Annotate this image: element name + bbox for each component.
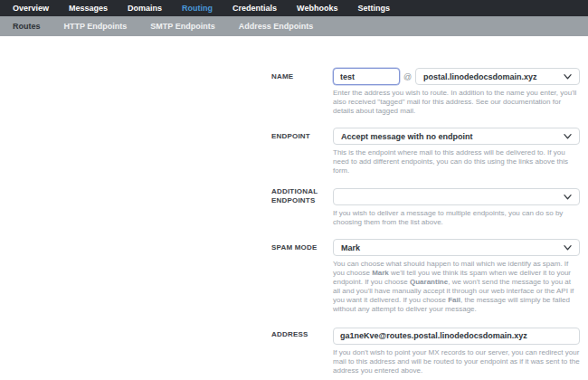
spam-mode-select[interactable]: Mark [333,239,580,256]
nav-item-credentials[interactable]: Credentials [223,4,287,13]
additional-endpoints-label: ADDITIONAL ENDPOINTS [271,187,333,205]
endpoint-select-value: Accept message with no endpoint [341,132,473,141]
form-row-address: ADDRESS [271,326,580,345]
additional-endpoints-label-line1: ADDITIONAL [271,187,333,196]
additional-endpoints-help-text: If you wish to deliver a message to mult… [333,209,580,227]
endpoint-label: ENDPOINT [271,132,333,141]
address-label: ADDRESS [271,330,333,339]
endpoint-select[interactable]: Accept message with no endpoint [333,128,580,145]
form-row-name: NAME @ postal.linodedocsdomain.xyz [271,68,580,85]
domain-select[interactable]: postal.linodedocsdomain.xyz [415,68,580,85]
spam-mode-help-text: You can choose what should happen to mai… [333,260,580,314]
domain-select-value: postal.linodedocsdomain.xyz [423,72,537,81]
form-row-additional-endpoints: ADDITIONAL ENDPOINTS [271,187,580,205]
at-sign: @ [400,72,415,81]
subnav-item-smtp-endpoints[interactable]: SMTP Endpoints [138,22,226,31]
subnav-item-routes[interactable]: Routes [1,22,52,31]
subnav-item-http-endpoints[interactable]: HTTP Endpoints [52,22,139,31]
spam-mode-label: SPAM MODE [271,243,333,252]
additional-endpoints-label-line2: ENDPOINTS [271,196,333,205]
endpoint-help-text: This is the endpoint where mail to this … [333,148,580,176]
nav-item-settings[interactable]: Settings [347,4,400,13]
name-input[interactable] [333,68,400,85]
chevron-down-icon [564,193,572,201]
form-row-endpoint: ENDPOINT Accept message with no endpoint [271,128,580,145]
top-nav: Overview Messages Domains Routing Creden… [0,0,588,16]
spam-mode-select-value: Mark [341,243,360,252]
nav-item-overview[interactable]: Overview [3,4,59,13]
page: Overview Messages Domains Routing Creden… [0,0,588,380]
subnav-item-address-endpoints[interactable]: Address Endpoints [227,22,326,31]
route-form: NAME @ postal.linodedocsdomain.xyz Enter… [271,68,580,380]
nav-item-domains[interactable]: Domains [118,4,172,13]
address-input[interactable] [333,328,580,345]
address-help-text: If you don't wish to point your MX recor… [333,348,580,375]
chevron-down-icon [564,72,572,81]
name-help-text: Enter the address you wish to route. In … [333,89,580,116]
content-area: NAME @ postal.linodedocsdomain.xyz Enter… [0,36,588,380]
chevron-down-icon [564,243,572,252]
additional-endpoints-select[interactable] [333,188,580,205]
sub-nav: Routes HTTP Endpoints SMTP Endpoints Add… [0,16,588,36]
form-row-spam-mode: SPAM MODE Mark [271,239,580,256]
name-label: NAME [271,72,333,81]
chevron-down-icon [564,132,572,140]
nav-item-routing[interactable]: Routing [172,4,223,13]
nav-item-webhooks[interactable]: Webhooks [287,4,347,13]
nav-item-messages[interactable]: Messages [59,4,118,13]
